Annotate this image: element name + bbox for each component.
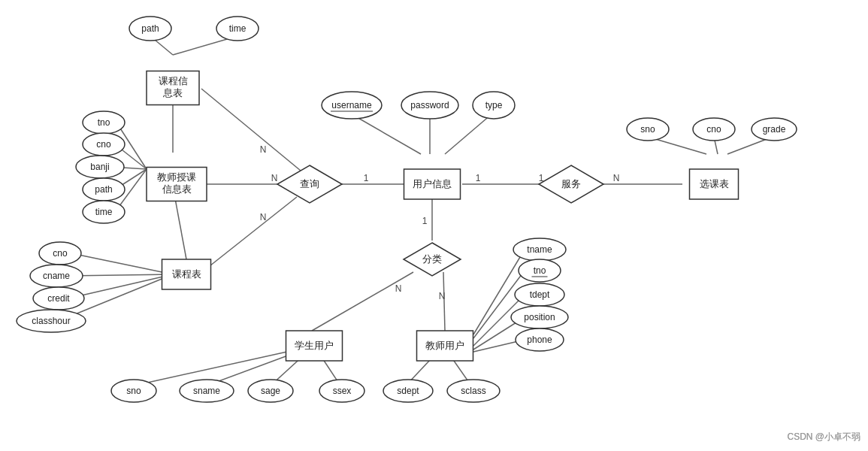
svg-text:path: path (141, 23, 159, 34)
svg-text:username: username (331, 100, 372, 110)
svg-text:N: N (613, 173, 620, 183)
svg-text:教师用户: 教师用户 (425, 340, 464, 351)
svg-text:time: time (95, 207, 113, 217)
svg-text:用户信息: 用户信息 (413, 178, 452, 189)
svg-line-16 (199, 197, 297, 274)
svg-text:查询: 查询 (300, 178, 319, 189)
svg-text:password: password (410, 100, 449, 110)
svg-text:sclass: sclass (461, 386, 485, 396)
svg-text:phone: phone (527, 334, 552, 345)
svg-text:课程表: 课程表 (172, 268, 201, 280)
watermark-label: CSDN @小卓不弱 (787, 431, 860, 443)
svg-text:课程信: 课程信 (159, 75, 188, 86)
svg-line-35 (473, 271, 525, 338)
svg-text:息表: 息表 (162, 87, 183, 98)
svg-text:tname: tname (527, 244, 552, 255)
svg-text:1: 1 (539, 173, 544, 183)
svg-line-26 (312, 272, 413, 331)
svg-text:sage: sage (261, 386, 280, 396)
svg-text:服务: 服务 (561, 178, 581, 189)
svg-text:cno: cno (96, 139, 111, 150)
svg-text:tdept: tdept (530, 289, 550, 300)
svg-text:N: N (260, 212, 267, 222)
svg-text:学生用户: 学生用户 (295, 340, 334, 351)
svg-text:type: type (485, 100, 503, 110)
svg-text:N: N (439, 291, 446, 301)
svg-text:time: time (229, 23, 246, 34)
svg-line-9 (68, 274, 173, 298)
svg-text:sno: sno (126, 386, 141, 396)
svg-text:banji: banji (90, 162, 109, 172)
svg-text:选课表: 选课表 (700, 178, 729, 189)
svg-text:sdept: sdept (397, 386, 419, 396)
svg-text:sname: sname (193, 386, 220, 396)
svg-text:1: 1 (364, 173, 369, 183)
svg-line-15 (201, 89, 301, 171)
svg-text:1: 1 (476, 173, 481, 183)
svg-text:N: N (271, 173, 278, 183)
svg-line-7 (71, 253, 173, 274)
svg-text:cno: cno (706, 124, 721, 135)
svg-text:position: position (524, 312, 555, 322)
svg-text:path: path (95, 184, 112, 195)
svg-line-19 (445, 114, 491, 154)
svg-text:信息表: 信息表 (162, 183, 192, 195)
svg-text:cno: cno (53, 248, 68, 259)
svg-text:1: 1 (422, 216, 428, 226)
svg-text:N: N (260, 144, 267, 155)
svg-text:cname: cname (43, 271, 70, 281)
svg-text:N: N (395, 283, 402, 294)
svg-text:tno: tno (534, 265, 546, 276)
svg-text:分类: 分类 (422, 253, 442, 265)
er-diagram: 课程信息表教师授课信息表课程表用户信息选课表学生用户教师用户查询分类服务path… (0, 0, 868, 451)
svg-text:credit: credit (47, 293, 70, 304)
svg-text:classhour: classhour (32, 316, 70, 326)
svg-text:ssex: ssex (333, 386, 352, 396)
svg-text:grade: grade (763, 124, 786, 135)
svg-text:sno: sno (640, 124, 655, 135)
svg-text:tno: tno (98, 117, 110, 128)
svg-text:教师授课: 教师授课 (157, 171, 196, 183)
svg-line-17 (352, 114, 421, 154)
